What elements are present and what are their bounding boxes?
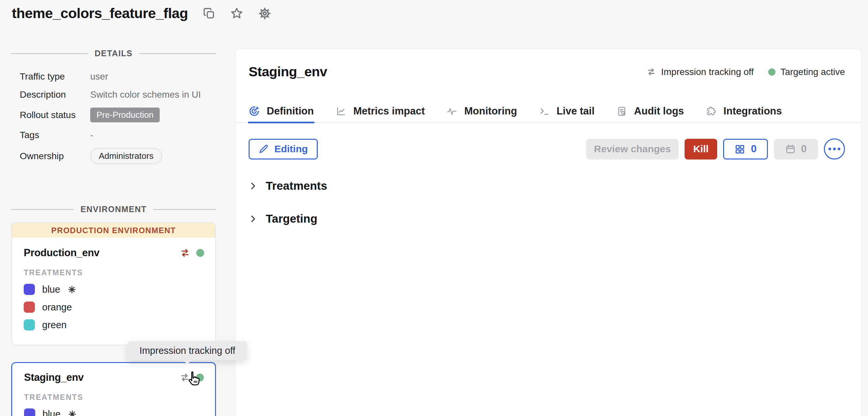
cursor-pointer-hand xyxy=(186,370,202,386)
treatment-row: orange xyxy=(24,302,204,313)
production-environment-banner: PRODUCTION ENVIRONMENT xyxy=(12,223,215,238)
detail-value: user xyxy=(90,71,216,82)
environment-title: Staging_env xyxy=(249,64,327,79)
treatment-row: blue xyxy=(24,409,204,416)
treatment-swatch xyxy=(24,284,35,295)
tab-live-tail[interactable]: Live tail xyxy=(539,105,594,122)
impression-tracking-icon xyxy=(646,67,656,77)
metrics-chart-icon xyxy=(336,106,346,117)
treatment-swatch xyxy=(24,302,35,313)
detail-label: Traffic type xyxy=(20,71,90,82)
copy-icon[interactable] xyxy=(203,7,216,20)
terminal-icon xyxy=(539,106,550,117)
toolbar: Editing Review changes Kill 0 xyxy=(236,138,861,160)
default-treatment-icon xyxy=(68,410,77,416)
kill-button[interactable]: Kill xyxy=(685,139,717,160)
pencil-icon xyxy=(258,144,269,154)
treatments-heading: TREATMENTS xyxy=(24,268,204,277)
details-heading: DETAILS xyxy=(11,49,216,58)
treatment-row: blue xyxy=(24,284,204,295)
tab-definition[interactable]: Definition xyxy=(249,105,314,122)
environment-name: Staging_env xyxy=(24,372,84,383)
page-title: theme_colors_feature_flag xyxy=(12,5,188,22)
tab-integrations[interactable]: Integrations xyxy=(706,105,782,122)
production-env-card[interactable]: PRODUCTION ENVIRONMENT Production_env TR… xyxy=(11,222,216,345)
treatments-heading: TREATMENTS xyxy=(24,393,204,402)
impression-tracking-icon[interactable] xyxy=(180,247,191,258)
treatments-section-toggle[interactable]: Treatments xyxy=(249,179,848,193)
more-options-button[interactable] xyxy=(824,138,845,160)
calendar-icon xyxy=(785,144,796,154)
treatment-swatch xyxy=(24,409,35,416)
pending-changes-button[interactable]: 0 xyxy=(723,139,768,160)
targeting-active-dot xyxy=(196,249,204,257)
audit-document-icon xyxy=(616,106,627,117)
detail-value: - xyxy=(90,130,216,140)
gear-icon[interactable] xyxy=(258,7,272,21)
targeting-status: Targeting active xyxy=(768,67,845,77)
pulse-icon xyxy=(446,106,457,117)
scheduled-changes-button[interactable]: 0 xyxy=(774,139,818,160)
ellipsis-icon xyxy=(829,148,831,150)
tab-monitoring[interactable]: Monitoring xyxy=(446,105,517,122)
ownership-pill[interactable]: Administrators xyxy=(90,148,162,164)
rollout-status-badge: Pre-Production xyxy=(90,108,160,122)
tab-bar: Definition Metrics impact Monitoring xyxy=(236,105,861,123)
detail-label: Ownership xyxy=(20,151,90,162)
treatment-row: green xyxy=(24,319,204,331)
environment-detail-panel: Staging_env Impression tracking off Targ… xyxy=(235,49,861,416)
grid-icon xyxy=(734,144,745,154)
default-treatment-icon xyxy=(67,285,76,294)
detail-label: Tags xyxy=(20,130,90,140)
chevron-right-icon xyxy=(249,214,257,223)
targeting-section-toggle[interactable]: Targeting xyxy=(249,212,848,225)
environment-name: Production_env xyxy=(24,247,99,259)
targeting-active-dot xyxy=(768,68,775,76)
detail-value: Switch color schemes in UI xyxy=(90,90,216,100)
staging-env-card[interactable]: Staging_env TREATMENTS blue xyxy=(11,362,216,416)
page-header: theme_colors_feature_flag xyxy=(12,5,272,22)
detail-label: Rollout status xyxy=(20,110,90,120)
definition-icon xyxy=(249,106,260,117)
tooltip: Impression tracking off xyxy=(127,341,247,360)
editing-button[interactable]: Editing xyxy=(249,139,318,160)
tab-audit-logs[interactable]: Audit logs xyxy=(616,105,684,122)
treatment-swatch xyxy=(24,319,35,331)
details-panel: DETAILS Traffic type user Description Sw… xyxy=(11,49,216,164)
puzzle-icon xyxy=(706,106,716,117)
impression-tracking-status: Impression tracking off xyxy=(646,67,754,77)
chevron-right-icon xyxy=(249,181,257,190)
detail-label: Description xyxy=(20,90,90,100)
review-changes-button[interactable]: Review changes xyxy=(586,139,679,160)
environment-heading: ENVIRONMENT xyxy=(11,205,216,214)
tab-metrics-impact[interactable]: Metrics impact xyxy=(336,105,425,122)
star-icon[interactable] xyxy=(230,7,243,20)
